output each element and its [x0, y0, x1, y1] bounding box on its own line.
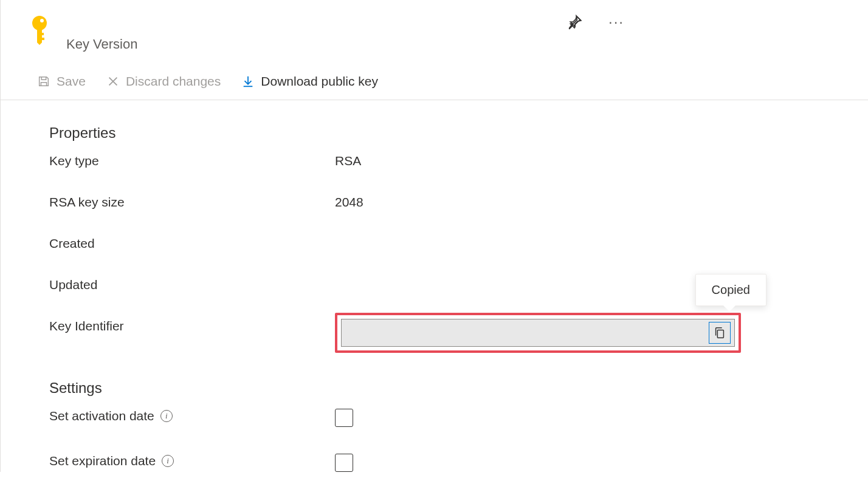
key-identifier-input[interactable] [348, 327, 709, 339]
key-identifier-field [341, 319, 735, 347]
close-icon [106, 75, 120, 88]
label-expiration-date: Set expiration date i [49, 454, 335, 468]
pin-button[interactable] [567, 13, 584, 30]
label-created: Created [49, 236, 335, 251]
label-rsa-size: RSA key size [49, 195, 335, 210]
copy-button[interactable] [709, 322, 731, 344]
svg-marker-5 [37, 43, 42, 45]
key-identifier-highlight: Copied [335, 313, 741, 353]
svg-rect-4 [42, 33, 44, 35]
page-subtitle: Key Version [58, 36, 137, 52]
save-label: Save [57, 74, 86, 89]
properties-heading: Properties [49, 124, 868, 142]
row-expiration-date: Set expiration date i [49, 454, 868, 472]
info-icon[interactable]: i [160, 410, 173, 422]
main-content: Properties Key type RSA RSA key size 204… [1, 100, 868, 472]
svg-rect-2 [37, 28, 42, 43]
row-activation-date: Set activation date i [49, 409, 868, 427]
key-icon [27, 12, 58, 47]
label-activation-date: Set activation date i [49, 409, 335, 423]
download-label: Download public key [261, 74, 378, 89]
activation-label-text: Set activation date [49, 409, 154, 423]
info-icon[interactable]: i [162, 455, 174, 467]
label-key-identifier: Key Identifier [49, 319, 335, 333]
discard-button[interactable]: Discard changes [104, 72, 223, 91]
row-key-identifier: Key Identifier Copied [49, 319, 868, 353]
value-key-type: RSA [335, 154, 361, 168]
copied-tooltip: Copied [695, 274, 766, 306]
discard-label: Discard changes [126, 74, 221, 89]
label-key-type: Key type [49, 154, 335, 168]
label-updated: Updated [49, 278, 335, 292]
settings-heading: Settings [49, 380, 868, 397]
svg-rect-6 [717, 330, 723, 338]
more-menu-button[interactable]: ··· [608, 13, 625, 30]
expiration-checkbox[interactable] [335, 454, 353, 472]
copy-icon [713, 326, 726, 339]
save-icon [37, 75, 50, 88]
command-toolbar: Save Discard changes Download public key [1, 57, 868, 100]
download-public-key-button[interactable]: Download public key [239, 72, 381, 91]
expiration-label-text: Set expiration date [49, 454, 156, 468]
save-button[interactable]: Save [35, 72, 88, 91]
row-key-type: Key type RSA [49, 154, 868, 168]
page-header: Key Version ··· [1, 0, 868, 52]
activation-checkbox[interactable] [335, 409, 353, 427]
download-icon [241, 75, 255, 88]
row-created: Created [49, 236, 868, 251]
value-rsa-size: 2048 [335, 195, 363, 210]
row-rsa-size: RSA key size 2048 [49, 195, 868, 210]
svg-rect-3 [42, 38, 44, 40]
svg-point-1 [40, 19, 44, 22]
